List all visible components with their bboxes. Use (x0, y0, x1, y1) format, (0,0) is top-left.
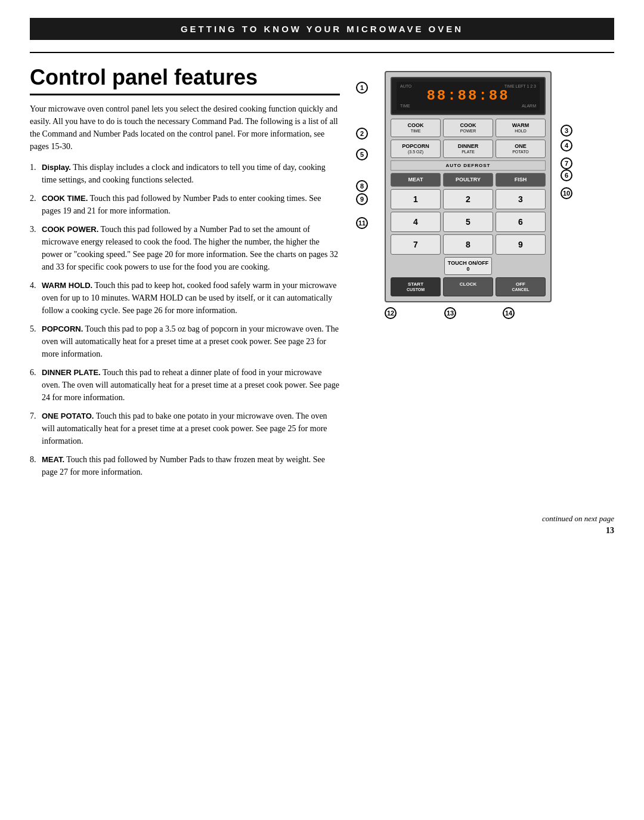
callout-12: 12 (385, 307, 397, 319)
num-1-button[interactable]: 1 (391, 189, 441, 209)
callout-7: 7 (561, 157, 572, 169)
callout-9: 9 (356, 193, 368, 205)
fish-button[interactable]: FISH (496, 173, 546, 187)
cook-time-sublabel: TIME (392, 129, 439, 134)
num-4-button[interactable]: 4 (391, 212, 441, 232)
start-sublabel: CUSTOM (392, 287, 439, 292)
display-area: AUTO TIME LEFT 1 2 3 88:88:88 TIME ALARM (391, 77, 546, 115)
meat-label: MEAT (392, 177, 439, 183)
page-content: Control panel features Your microwave ov… (0, 53, 644, 502)
item-label: Display. (42, 163, 71, 172)
list-item: 2. COOK TIME. Touch this pad followed by… (30, 192, 340, 217)
diagram-wrapper: 1 3 4 2 5 7 6 8 9 10 11 12 13 1 (367, 71, 569, 302)
item-label: ONE POTATO. (42, 411, 94, 420)
list-item: 8. MEAT. Touch this pad followed by Numb… (30, 453, 340, 478)
continued-text: continued on next page (0, 514, 644, 524)
item-number: 8. (30, 453, 36, 466)
one-potato-sublabel: POTATO (497, 150, 544, 154)
fish-label: FISH (497, 177, 544, 183)
warm-hold-sublabel: HOLD (497, 129, 544, 134)
popcorn-label: POPCORN (392, 143, 439, 150)
intro-paragraph: Your microwave oven control panel lets y… (30, 103, 340, 153)
section-title: Control panel features (30, 65, 340, 95)
callout-11: 11 (356, 217, 368, 229)
callout-6: 6 (561, 169, 572, 181)
warm-hold-button[interactable]: WARM HOLD (496, 119, 546, 137)
item-label: DINNER PLATE. (42, 368, 101, 377)
auto-defrost-label: AUTO DEFROST (391, 160, 546, 171)
diagram-column: 1 3 4 2 5 7 6 8 9 10 11 12 13 1 (358, 65, 578, 484)
page-header: GETTING TO KNOW YOUR MICROWAVE OVEN (30, 18, 614, 40)
item-label: WARM HOLD. (42, 281, 92, 290)
callout-3: 3 (561, 125, 572, 137)
item-number: 5. (30, 323, 36, 335)
clock-button[interactable]: CLOCK (443, 277, 493, 296)
list-item: 5. POPCORN. Touch this pad to pop a 3.5 … (30, 323, 340, 360)
display-digits: 88:88:88 (400, 89, 536, 103)
item-label: COOK POWER. (42, 225, 98, 234)
item-label: COOK TIME. (42, 194, 88, 203)
button-row-1: COOK TIME COOK POWER WARM HOLD (391, 119, 546, 137)
zero-row: TOUCH ON/OFF0 (391, 257, 546, 275)
one-potato-label: ONE (497, 143, 544, 150)
warm-hold-label: WARM (497, 122, 544, 129)
callout-8: 8 (356, 180, 368, 192)
num-9-button[interactable]: 9 (496, 234, 546, 255)
meat-button[interactable]: MEAT (391, 173, 441, 187)
dinner-plate-button[interactable]: DINNER PLATE (443, 140, 493, 158)
item-number: 2. (30, 192, 36, 205)
num-5-button[interactable]: 5 (443, 212, 493, 232)
callout-2: 2 (356, 128, 368, 140)
callout-1: 1 (356, 82, 368, 94)
cook-power-sublabel: POWER (445, 129, 491, 134)
callout-13: 13 (444, 307, 456, 319)
num-0-button[interactable]: TOUCH ON/OFF0 (444, 257, 492, 275)
item-text: This display includes a clock and indica… (42, 163, 326, 184)
start-label: START (392, 281, 439, 287)
item-text: Touch this pad followed by Number Pads t… (42, 455, 325, 476)
one-potato-button[interactable]: ONE POTATO (496, 140, 546, 158)
item-number: 6. (30, 366, 36, 379)
display-alarm-label: ALARM (522, 104, 536, 108)
num-8-button[interactable]: 8 (443, 234, 493, 255)
dinner-plate-label: DINNER (445, 143, 491, 150)
off-cancel-button[interactable]: OFF CANCEL (496, 277, 546, 296)
popcorn-button[interactable]: POPCORN (3.5 OZ) (391, 140, 441, 158)
poultry-button[interactable]: POULTRY (443, 173, 493, 187)
num-7-button[interactable]: 7 (391, 234, 441, 255)
item-label: POPCORN. (42, 324, 83, 333)
callout-5: 5 (356, 148, 368, 160)
button-row-2: POPCORN (3.5 OZ) DINNER PLATE ONE POTATO (391, 140, 546, 158)
cook-time-label: COOK (392, 122, 439, 129)
num-3-button[interactable]: 3 (496, 189, 546, 209)
page-number: 13 (0, 526, 644, 536)
item-number: 3. (30, 223, 36, 236)
cook-time-button[interactable]: COOK TIME (391, 119, 441, 137)
text-column: Control panel features Your microwave ov… (30, 65, 340, 484)
display-time-label: TIME (400, 104, 410, 108)
num-2-button[interactable]: 2 (443, 189, 493, 209)
clock-label: CLOCK (445, 281, 491, 287)
display-row3: TIME ALARM (400, 104, 536, 108)
callout-4: 4 (561, 140, 572, 151)
off-label: OFF (497, 281, 544, 287)
button-row-3: MEAT POULTRY FISH (391, 173, 546, 187)
item-label: MEAT. (42, 455, 64, 464)
start-button[interactable]: START CUSTOM (391, 277, 441, 296)
bottom-button-row: START CUSTOM CLOCK OFF CANCEL (391, 277, 546, 296)
cook-power-label: COOK (445, 122, 491, 129)
popcorn-sublabel: (3.5 OZ) (392, 150, 439, 154)
number-pad: 1 2 3 4 5 6 7 8 9 (391, 189, 546, 255)
list-item: 3. COOK POWER. Touch this pad followed b… (30, 223, 340, 273)
list-item: 6. DINNER PLATE. Touch this pad to rehea… (30, 366, 340, 404)
list-item: 4. WARM HOLD. Touch this pad to keep hot… (30, 279, 340, 317)
feature-list: 1. Display. This display includes a cloc… (30, 161, 340, 478)
list-item: 7. ONE POTATO. Touch this pad to bake on… (30, 410, 340, 447)
cancel-sublabel: CANCEL (497, 287, 544, 292)
display-inner: AUTO TIME LEFT 1 2 3 88:88:88 TIME ALARM (397, 82, 540, 110)
item-text: Touch this pad to pop a 3.5 oz bag of po… (42, 324, 339, 358)
item-number: 1. (30, 161, 36, 174)
cook-power-button[interactable]: COOK POWER (443, 119, 493, 137)
control-panel: AUTO TIME LEFT 1 2 3 88:88:88 TIME ALARM… (385, 71, 552, 302)
num-6-button[interactable]: 6 (496, 212, 546, 232)
